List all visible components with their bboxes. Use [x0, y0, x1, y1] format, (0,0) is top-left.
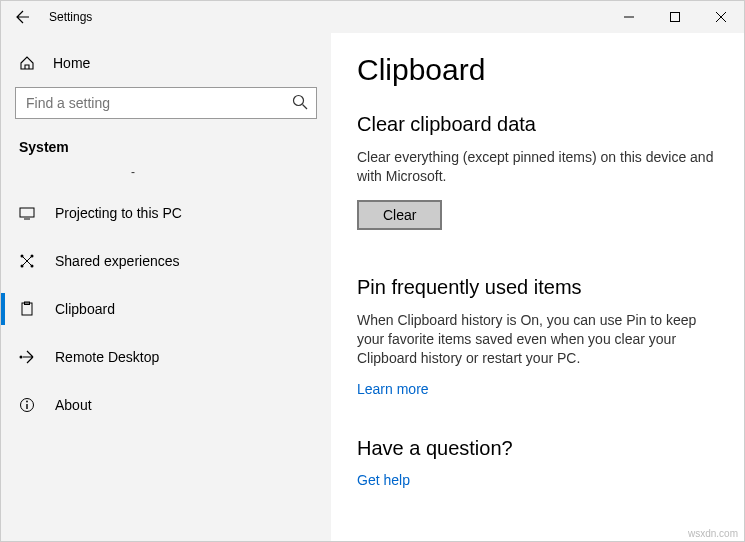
sidebar-item-projecting[interactable]: Projecting to this PC [1, 189, 331, 237]
section-clear-body: Clear everything (except pinned items) o… [357, 148, 718, 186]
search-icon[interactable] [291, 93, 309, 111]
sidebar-item-label: Remote Desktop [43, 349, 159, 365]
close-button[interactable] [698, 1, 744, 33]
titlebar: Settings [1, 1, 744, 33]
clipboard-icon [19, 301, 43, 317]
get-help-link[interactable]: Get help [357, 472, 410, 488]
section-pin-body: When Clipboard history is On, you can us… [357, 311, 718, 368]
remote-desktop-icon [19, 349, 43, 365]
page-title: Clipboard [357, 53, 718, 87]
section-pin-title: Pin frequently used items [357, 276, 718, 299]
search-row [15, 87, 317, 119]
clear-button[interactable]: Clear [357, 200, 442, 230]
section-question-title: Have a question? [357, 437, 718, 460]
svg-point-11 [26, 401, 28, 403]
maximize-icon [670, 12, 680, 22]
sidebar-item-label: Shared experiences [43, 253, 180, 269]
learn-more-link[interactable]: Learn more [357, 381, 429, 397]
layout: Home System - Projecting to this PC Shar… [1, 33, 744, 541]
minimize-button[interactable] [606, 1, 652, 33]
maximize-button[interactable] [652, 1, 698, 33]
sidebar-item-about[interactable]: About [1, 381, 331, 429]
about-icon [19, 397, 43, 413]
svg-point-9 [20, 356, 23, 359]
sidebar-item-clipboard[interactable]: Clipboard [1, 285, 331, 333]
search-input[interactable] [15, 87, 317, 119]
sidebar-item-shared-experiences[interactable]: Shared experiences [1, 237, 331, 285]
minimize-icon [624, 12, 634, 22]
sidebar: Home System - Projecting to this PC Shar… [1, 33, 331, 541]
section-clear-title: Clear clipboard data [357, 113, 718, 136]
sidebar-item-remote-desktop[interactable]: Remote Desktop [1, 333, 331, 381]
sidebar-home-label: Home [43, 55, 90, 71]
sidebar-item-label: Clipboard [43, 301, 115, 317]
close-icon [716, 12, 726, 22]
sidebar-item-label: Projecting to this PC [43, 205, 182, 221]
watermark: wsxdn.com [688, 528, 738, 539]
sidebar-home[interactable]: Home [1, 45, 331, 81]
svg-rect-0 [671, 13, 680, 22]
window-title: Settings [45, 10, 92, 24]
back-button[interactable] [1, 1, 45, 33]
svg-rect-2 [20, 208, 34, 217]
svg-point-1 [294, 96, 304, 106]
sidebar-group-system: System [1, 133, 331, 165]
sidebar-item-label: About [43, 397, 92, 413]
sidebar-dash: - [1, 165, 331, 189]
content: Clipboard Clear clipboard data Clear eve… [331, 33, 744, 541]
projecting-icon [19, 205, 43, 221]
home-icon [19, 55, 43, 71]
arrow-left-icon [15, 9, 31, 25]
shared-experiences-icon [19, 253, 43, 269]
